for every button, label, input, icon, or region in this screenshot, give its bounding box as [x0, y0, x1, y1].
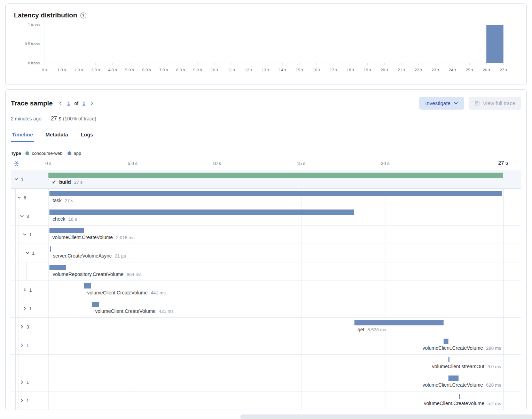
row-plot: volumeClient.CreateVolume5.2 ms: [48, 392, 521, 410]
legend-item-concourse-web[interactable]: concourse-web: [25, 151, 62, 156]
waterfall-row: 1server.CreateVolumeAsync21 µs: [11, 244, 521, 262]
x-axis-tickmark: [62, 63, 62, 65]
span-label: volumeClient.CreateVolume421 ms: [95, 308, 173, 314]
row-gutter: 1: [11, 281, 48, 299]
indent-guide: [18, 226, 18, 244]
span-bar[interactable]: [50, 246, 51, 252]
row-plot: volumeClient.CreateVolume441 ms: [48, 281, 521, 299]
span-label: volumeClient.CreateVolume441 ms: [87, 290, 166, 295]
expand-toggle[interactable]: 1: [23, 232, 32, 237]
span-duration: 5.2 ms: [487, 401, 501, 406]
ruler-tick-label: 10 s: [212, 161, 221, 166]
span-bar[interactable]: [49, 209, 354, 215]
span-name: volumeClient.CreateVolume: [423, 345, 483, 351]
current-page-link[interactable]: 1: [67, 101, 70, 106]
indent-guide: [18, 318, 18, 336]
prev-sample-button[interactable]: [58, 101, 63, 106]
expand-toggle[interactable]: 1: [20, 343, 29, 348]
row-gutter: 1: [11, 244, 48, 262]
x-axis-tickmark: [418, 63, 419, 65]
span-bar[interactable]: [354, 320, 444, 325]
child-count: 1: [29, 306, 32, 311]
y-tick-label: 0 trans.: [28, 61, 41, 65]
span-name: volumeClient.CreateVolume: [424, 401, 484, 406]
expand-toggle[interactable]: 1: [23, 306, 32, 311]
waterfall-row: 1volumeClient.CreateVolume421 ms: [11, 299, 521, 318]
row-plot: server.CreateVolumeAsync21 µs: [48, 244, 521, 262]
expand-toggle[interactable]: 3: [20, 214, 29, 219]
trace-timestamp: 2 minutes ago: [11, 116, 41, 121]
span-name: volumeRepository.CreateVolume: [53, 271, 124, 277]
x-axis-tickmark: [214, 63, 215, 65]
indent-guide: [18, 262, 18, 280]
chevron-right-icon: [20, 325, 24, 329]
span-duration: 21 µs: [115, 253, 126, 259]
expand-toggle[interactable]: 6: [17, 195, 26, 200]
horizontal-scrollbar[interactable]: [240, 414, 532, 419]
waterfall-row: 1volumeClient.CreateVolume2,018 ms: [11, 226, 521, 244]
row-track: check18 s: [48, 207, 503, 225]
expand-toggle[interactable]: 1: [23, 287, 32, 293]
latency-x-tick-label: 19 s: [364, 68, 371, 72]
indent-guide: [15, 207, 16, 225]
waterfall-row: 1build27 s: [11, 170, 521, 189]
row-gutter: [11, 355, 48, 373]
span-bar[interactable]: [92, 302, 99, 307]
latency-x-tick-label: 12 s: [245, 68, 252, 72]
child-count: 1: [32, 251, 34, 256]
expand-toggle[interactable]: 3: [20, 324, 29, 330]
row-gutter: 3: [11, 318, 48, 336]
span-bar[interactable]: [448, 357, 449, 362]
span-duration: 18 s: [69, 216, 77, 222]
span-bar[interactable]: [49, 191, 502, 196]
indent-guide: [15, 373, 16, 391]
tab-timeline[interactable]: Timeline: [11, 128, 34, 142]
latency-x-tick-label: 27 s: [500, 68, 507, 72]
expand-toggle[interactable]: 1: [20, 380, 29, 385]
span-bar[interactable]: [459, 394, 460, 399]
expand-toggle[interactable]: 1: [25, 251, 34, 256]
next-sample-button[interactable]: [89, 101, 94, 106]
span-duration: 620 ms: [486, 382, 501, 388]
span-bar[interactable]: [448, 375, 459, 381]
indent-guide: [18, 355, 18, 373]
child-count: 1: [26, 398, 29, 403]
legend-item-app[interactable]: app: [68, 151, 81, 156]
collapse-all-icon[interactable]: [14, 161, 19, 167]
span-bar[interactable]: [48, 173, 503, 178]
latency-x-tick-label: 4.0 s: [108, 68, 117, 72]
row-gutter: 1: [11, 170, 48, 188]
row-gutter: 1: [11, 373, 48, 391]
x-axis-tickmark: [486, 63, 487, 65]
waterfall-row: 3check18 s: [11, 207, 521, 226]
trace-tabs: TimelineMetadataLogs: [6, 128, 526, 142]
span-bar[interactable]: [444, 339, 448, 344]
expand-toggle[interactable]: 1: [20, 398, 29, 403]
expand-toggle[interactable]: 1: [14, 177, 23, 182]
child-count: 1: [29, 232, 32, 237]
span-label: build27 s: [52, 179, 83, 185]
indent-guide: [24, 262, 24, 280]
span-bar[interactable]: [49, 228, 84, 233]
row-gutter: 1: [11, 336, 48, 354]
trace-summary: 2 minutes ago 27 s (100% of trace): [11, 114, 521, 123]
histogram-bar[interactable]: [486, 25, 503, 63]
investigate-button[interactable]: Investigate: [419, 97, 464, 110]
tab-metadata[interactable]: Metadata: [45, 128, 69, 142]
span-bar[interactable]: [84, 283, 92, 288]
span-duration: 5,528 ms: [367, 327, 386, 332]
waterfall-row: 1volumeClient.CreateVolume441 ms: [11, 281, 521, 299]
view-full-trace-button[interactable]: View full trace: [469, 97, 521, 110]
trace-pager: 1 of 1: [58, 101, 94, 106]
span-duration: 2,018 ms: [116, 235, 134, 240]
row-track: volumeClient.CreateVolume421 ms: [48, 299, 503, 317]
trace-duration: 27 s: [51, 116, 61, 121]
span-name: get: [358, 327, 364, 332]
total-pages-link[interactable]: 1: [83, 101, 85, 106]
waterfall-row: 1volumeClient.CreateVolume620 ms: [11, 373, 521, 392]
tab-logs[interactable]: Logs: [80, 128, 94, 142]
row-plot: build27 s: [48, 170, 521, 188]
help-icon[interactable]: ?: [80, 13, 86, 18]
span-bar[interactable]: [49, 265, 66, 270]
latency-x-tick-label: 13 s: [262, 68, 269, 72]
